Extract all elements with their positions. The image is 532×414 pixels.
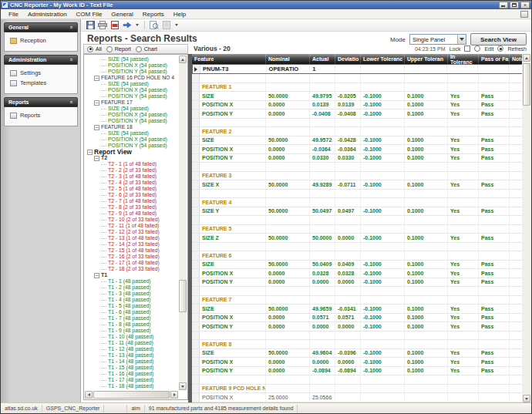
row-selector-cell[interactable] (192, 305, 200, 313)
tree-item[interactable]: T1 - 11 (48 passed) (86, 340, 178, 346)
column-header-actual[interactable]: Actual (310, 54, 335, 64)
table-row-blank[interactable] (192, 287, 524, 296)
tree-hscroll-thumb[interactable] (93, 391, 170, 399)
row-selector-cell[interactable] (192, 393, 200, 402)
table-row-data[interactable]: POSITION X0.00000.05710.0571-0.10000.100… (192, 314, 524, 323)
table-row-feature[interactable]: FEATURE 2 (192, 127, 524, 136)
row-selector-cell[interactable] (192, 225, 200, 234)
table-row-data[interactable]: POSITION X0.00000.03280.0328-0.10000.100… (192, 269, 524, 278)
table-row-feature[interactable]: FEATURE 3 (192, 172, 524, 181)
row-selector-cell[interactable] (192, 136, 200, 145)
toolbar-dropdown-icon[interactable] (136, 24, 139, 26)
row-selector-cell[interactable] (192, 385, 200, 393)
filter-radio-chart[interactable] (136, 46, 142, 52)
preview-icon[interactable] (150, 21, 159, 30)
row-selector-cell[interactable] (192, 322, 200, 331)
row-selector-cell[interactable] (192, 349, 200, 358)
row-selector-cell[interactable] (192, 83, 200, 92)
row-selector-cell[interactable] (192, 251, 200, 260)
scroll-left-icon[interactable] (85, 391, 93, 399)
table-row-blank[interactable] (192, 119, 524, 128)
scroll-up-icon[interactable] (179, 56, 187, 63)
restore-button[interactable] (510, 2, 519, 8)
tree-item[interactable]: T2 - 9 (1 of 48 failed) (86, 210, 178, 217)
row-selector-cell[interactable] (192, 234, 200, 242)
row-selector-cell[interactable] (192, 145, 200, 153)
tree-item[interactable]: T1 - 9 (48 passed) (86, 328, 178, 334)
section-header-administration[interactable]: Administration« (4, 55, 78, 65)
menu-item-com-file[interactable]: COM File (72, 10, 107, 19)
row-selector-cell[interactable] (192, 358, 200, 366)
row-selector-cell[interactable] (192, 243, 200, 251)
tree-item[interactable]: T2 - 13 (1 of 48 failed) (86, 235, 178, 241)
mdi-window-icon[interactable] (520, 11, 528, 18)
table-row-data[interactable]: POSITION Y0.00000.00000.0000-0.10000.100… (192, 322, 524, 332)
table-row-data[interactable]: SIZE50.000049.9795-0.0205-0.10000.1000Ye… (192, 92, 524, 101)
row-selector-cell[interactable] (192, 101, 200, 109)
tree-item[interactable]: SIZE (54 passed) (86, 81, 178, 87)
expand-collapse-icon[interactable]: − (94, 100, 99, 106)
table-row-data[interactable]: SIZE X50.000049.9289-0.0711-0.10000.1000… (192, 180, 524, 190)
tree-item[interactable]: T1 - 13 (48 passed) (86, 352, 178, 358)
row-selector-cell[interactable] (192, 278, 200, 287)
tree-item[interactable]: T1 - 4 (48 passed) (86, 297, 178, 303)
table-row-feature[interactable]: FEATURE 7 (192, 296, 524, 305)
tree-item[interactable]: T2 - 5 (1 of 48 failed) (86, 186, 178, 192)
row-selector-cell[interactable] (192, 109, 200, 118)
row-selector-cell[interactable] (192, 154, 200, 163)
tree-item[interactable]: POSITION Y (54 passed) (86, 118, 178, 124)
tree-item[interactable]: T1 - 6 (48 passed) (86, 309, 178, 315)
row-selector-cell[interactable] (192, 375, 200, 384)
collapse-pin-icon[interactable]: « (69, 101, 75, 104)
table-row-feature[interactable]: FEATURE 1 (192, 83, 524, 93)
table-row-data[interactable]: SIZE Y50.000050.04970.0497-0.10000.1000Y… (192, 207, 524, 217)
tree-item[interactable]: T2 - 8 (2 of 33 failed) (86, 204, 178, 210)
pdf-export-icon[interactable] (110, 21, 120, 30)
tree-item[interactable]: T2 - 7 (1 of 48 failed) (86, 198, 178, 204)
table-row-data[interactable]: SIZE Z50.000050.00000.0000-0.10000.1000Y… (192, 234, 524, 243)
row-selector-cell[interactable] (192, 314, 200, 322)
column-header-deviatio[interactable]: Deviatio (335, 54, 361, 64)
tree-item[interactable]: T1 - 18 (48 passed) (86, 383, 178, 389)
menu-item-administration[interactable]: Administration (23, 10, 72, 19)
row-selector-cell[interactable] (192, 207, 200, 216)
tree-item[interactable]: −FEATURE 17 (86, 99, 178, 106)
table-row-data[interactable]: POSITION Y0.00000.03300.0330-0.10000.100… (192, 154, 524, 163)
save-icon[interactable] (86, 21, 95, 30)
table-row-data[interactable]: POSITION X0.00000.00000.0000-0.10000.100… (192, 358, 524, 367)
table-row-blank[interactable] (192, 163, 524, 172)
grid-vscroll-thumb[interactable] (523, 63, 530, 106)
column-header-pass-or-fa[interactable]: Pass or Fa (479, 54, 510, 64)
mode-dropdown-icon[interactable] (457, 35, 466, 44)
toolbar-dropdown2-icon[interactable] (175, 24, 178, 26)
table-row-pnum[interactable]: PNUM-T3OPERATIO1 (192, 64, 524, 74)
tree-item[interactable]: T1 - 8 (48 passed) (86, 321, 178, 328)
close-button[interactable]: × (520, 2, 530, 8)
tree-item[interactable]: POSITION Y (54 passed) (86, 69, 178, 75)
scroll-right-icon[interactable] (170, 391, 178, 399)
collapse-pin-icon[interactable]: « (69, 59, 75, 62)
tree-item[interactable]: −Report View (86, 149, 178, 155)
tree-item[interactable]: T1 - 15 (48 passed) (86, 365, 178, 371)
row-selector-cell[interactable] (192, 287, 200, 295)
table-row-data[interactable]: POSITION Y0.00000.00000.0000-0.10000.100… (192, 278, 524, 288)
tree-vscroll-thumb[interactable] (179, 280, 187, 312)
tree-item[interactable]: T2 - 10 (2 of 33 failed) (86, 217, 178, 223)
tree-item[interactable]: T2 - 14 (2 of 33 failed) (86, 241, 178, 247)
expand-collapse-icon[interactable]: − (94, 273, 99, 278)
table-row-blank[interactable] (192, 332, 524, 341)
tree-item[interactable]: SIZE (54 passed) (86, 106, 178, 112)
table-row-blank[interactable] (192, 74, 524, 83)
tree-item[interactable]: POSITION X (54 passed) (86, 87, 178, 93)
tree-item[interactable]: T2 - 6 (2 of 33 failed) (86, 192, 178, 198)
column-header-upper-toleran[interactable]: Upper Toleran (405, 54, 448, 64)
row-selector-cell[interactable] (192, 190, 200, 198)
sidebar-item-settings[interactable]: Settings (5, 68, 77, 78)
table-row-data[interactable]: POSITION Y0.0000-0.0408-0.0408-0.10000.1… (192, 109, 524, 119)
expand-collapse-icon[interactable]: − (94, 156, 99, 161)
row-selector-cell[interactable] (192, 198, 200, 207)
tree-item[interactable]: −FEATURE 18 (86, 124, 178, 130)
section-header-general[interactable]: General« (4, 22, 78, 32)
table-row-feature[interactable]: FEATURE 8 (192, 340, 524, 349)
tree-item[interactable]: POSITION X (54 passed) (86, 136, 178, 143)
